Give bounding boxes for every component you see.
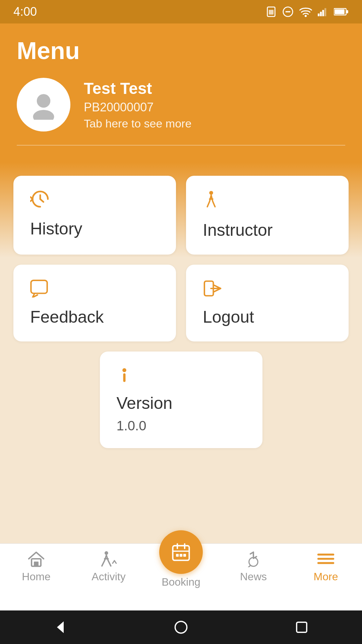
svg-point-22 — [105, 551, 108, 555]
status-bar: 4:00 — [0, 0, 362, 23]
profile-row[interactable]: Test Test PB20000007 Tab here to see mor… — [17, 78, 345, 131]
svg-rect-6 — [320, 12, 322, 16]
system-home-button[interactable] — [173, 619, 189, 636]
version-value: 1.0.0 — [117, 418, 246, 433]
svg-rect-29 — [183, 554, 186, 556]
svg-rect-5 — [318, 13, 319, 16]
avatar-icon — [28, 90, 59, 120]
wifi-icon — [299, 6, 312, 17]
svg-point-18 — [122, 368, 126, 372]
svg-rect-8 — [324, 8, 326, 16]
svg-rect-19 — [123, 373, 125, 382]
booking-fab[interactable] — [159, 530, 203, 574]
svg-marker-34 — [57, 622, 64, 633]
svg-point-4 — [305, 15, 307, 17]
walking-icon — [203, 191, 332, 214]
feedback-label: Feedback — [30, 307, 159, 327]
header: Menu Test Test PB20000007 Tab here to se… — [0, 23, 362, 162]
nav-more-label: More — [314, 571, 338, 583]
avatar[interactable] — [17, 78, 70, 131]
nav-news[interactable]: News — [217, 550, 290, 583]
version-label: Version — [117, 393, 246, 413]
svg-rect-1 — [269, 10, 274, 14]
instructor-label: Instructor — [203, 220, 332, 240]
nav-home[interactable]: Home — [0, 550, 72, 583]
profile-id: PB20000007 — [84, 100, 191, 114]
menu-grid-row2: Feedback Logout — [13, 265, 349, 341]
battery-icon — [334, 7, 349, 16]
activity-icon — [99, 550, 118, 567]
svg-rect-28 — [180, 554, 182, 556]
back-button[interactable] — [52, 619, 69, 636]
svg-point-35 — [175, 622, 187, 633]
logout-label: Logout — [203, 307, 332, 327]
feedback-icon — [30, 279, 159, 301]
svg-rect-15 — [31, 280, 47, 293]
svg-rect-21 — [34, 561, 39, 566]
version-card-wrapper: Version 1.0.0 — [13, 352, 349, 448]
nav-more[interactable]: More — [290, 550, 362, 583]
svg-point-12 — [37, 94, 51, 108]
signal-icon — [318, 6, 328, 17]
version-icon — [117, 366, 246, 388]
system-nav — [0, 610, 362, 644]
header-divider — [17, 145, 345, 146]
more-icon — [316, 550, 335, 567]
status-icons — [265, 6, 349, 17]
bottom-nav: Home Activity Booking — [0, 543, 362, 610]
nav-activity-label: Activity — [92, 571, 125, 583]
svg-rect-11 — [347, 10, 348, 13]
booking-fab-icon — [171, 542, 191, 562]
nav-news-label: News — [240, 571, 267, 583]
nav-booking-label: Booking — [162, 576, 200, 588]
logout-icon — [203, 279, 332, 301]
svg-point-13 — [33, 110, 54, 120]
nav-booking-wrapper: Booking — [145, 550, 217, 588]
nav-home-label: Home — [22, 571, 50, 583]
menu-grid-row1: History Instructor — [13, 176, 349, 255]
svg-rect-27 — [176, 554, 179, 556]
svg-rect-7 — [322, 10, 324, 16]
history-icon — [30, 191, 159, 212]
recents-button[interactable] — [293, 619, 310, 636]
profile-hint: Tab here to see more — [84, 117, 191, 130]
svg-point-14 — [209, 191, 213, 195]
profile-name: Test Test — [84, 79, 191, 98]
page-title: Menu — [17, 37, 345, 64]
instructor-card[interactable]: Instructor — [186, 176, 349, 255]
status-time: 4:00 — [13, 5, 37, 19]
svg-rect-23 — [173, 546, 189, 560]
logout-card[interactable]: Logout — [186, 265, 349, 341]
svg-rect-10 — [335, 9, 344, 14]
nav-activity[interactable]: Activity — [72, 550, 145, 583]
home-icon — [27, 550, 46, 567]
profile-info: Test Test PB20000007 Tab here to see mor… — [84, 79, 191, 130]
dnd-icon — [282, 6, 294, 17]
svg-rect-36 — [297, 622, 307, 632]
main-content: History Instructor Feedback — [0, 162, 362, 543]
version-card[interactable]: Version 1.0.0 — [100, 352, 262, 448]
sim-icon — [265, 6, 277, 17]
history-label: History — [30, 219, 159, 238]
history-card[interactable]: History — [13, 176, 176, 255]
feedback-card[interactable]: Feedback — [13, 265, 176, 341]
news-icon — [244, 550, 263, 567]
